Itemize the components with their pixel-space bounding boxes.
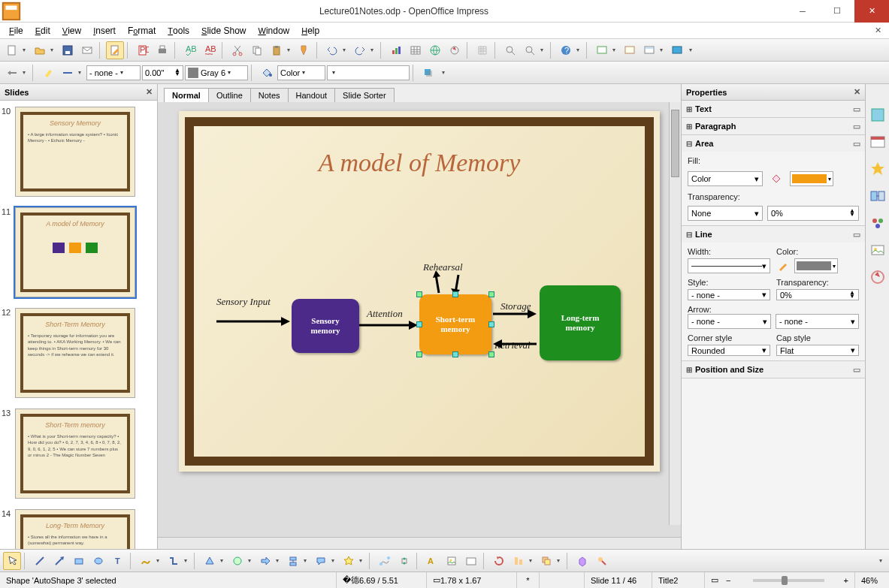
points-icon[interactable]	[376, 552, 394, 570]
redo-icon[interactable]	[351, 41, 369, 59]
extrusion-icon[interactable]	[573, 552, 591, 570]
slide-layout-icon[interactable]	[640, 41, 658, 59]
transparency-type-select[interactable]: None▾	[688, 206, 763, 221]
menu-view[interactable]: View	[56, 24, 87, 38]
basic-shapes-icon[interactable]	[201, 552, 219, 570]
callouts-icon[interactable]	[312, 552, 330, 570]
line-transparency-value[interactable]: 0%▲▼	[776, 289, 859, 300]
gallery-icon[interactable]	[462, 552, 480, 570]
save-icon[interactable]	[59, 41, 77, 59]
box-short-term-memory[interactable]: Short-term memory	[419, 294, 491, 354]
corner-style-select[interactable]: Rounded▾	[688, 345, 770, 356]
menu-slideshow[interactable]: Slide Show	[195, 24, 252, 38]
transparency-value[interactable]: 0%▲▼	[767, 206, 859, 221]
hyperlink-icon[interactable]	[426, 41, 444, 59]
align-icon[interactable]	[510, 552, 528, 570]
horizontal-scrollbar[interactable]	[158, 537, 681, 549]
line-tool-icon[interactable]	[31, 552, 49, 570]
slide-icon[interactable]	[593, 41, 611, 59]
highlight-icon[interactable]	[39, 64, 57, 82]
redo-dropdown[interactable]: ▾	[370, 47, 377, 53]
pdf-icon[interactable]: PDF	[134, 41, 152, 59]
menu-window[interactable]: Window	[252, 24, 295, 38]
zoom-slider[interactable]	[753, 579, 824, 582]
help-icon[interactable]: ?	[557, 41, 575, 59]
connector-tool-icon[interactable]	[165, 552, 183, 570]
slide-transition-tab-icon[interactable]	[869, 188, 886, 204]
section-position-size[interactable]: ⊞Position and Size▭	[682, 361, 865, 378]
text-tool-icon[interactable]: T	[109, 552, 127, 570]
section-line[interactable]: ⊟Line▭	[682, 226, 865, 243]
fill-color-button[interactable]: ▾	[790, 171, 833, 186]
custom-animation-tab-icon[interactable]	[869, 161, 886, 177]
arrow-tool-icon[interactable]	[50, 552, 68, 570]
paste-dropdown[interactable]: ▾	[287, 47, 294, 53]
properties-close-icon[interactable]: ✕	[854, 87, 860, 97]
fit-page-icon[interactable]: ▭	[711, 575, 718, 585]
area-fill-type[interactable]: Color▾	[277, 65, 325, 80]
shadow-icon[interactable]	[419, 64, 437, 82]
arrange-icon[interactable]	[537, 552, 555, 570]
flowchart-icon[interactable]	[284, 552, 302, 570]
tab-outline[interactable]: Outline	[208, 88, 251, 102]
line-style-select2[interactable]: - none -▾	[688, 289, 770, 300]
slide-thumb-11[interactable]: 11 A model of Memory	[15, 207, 151, 297]
copy-icon[interactable]	[248, 41, 266, 59]
arrow-end-select[interactable]: - none -▾	[776, 314, 859, 329]
email-icon[interactable]	[78, 41, 96, 59]
print-icon[interactable]	[153, 41, 171, 59]
menu-help[interactable]: Help	[295, 24, 325, 38]
properties-tab-icon[interactable]	[869, 107, 886, 123]
glue-points-icon[interactable]	[395, 552, 413, 570]
close-document-icon[interactable]: ✕	[870, 24, 886, 37]
stars-icon[interactable]	[340, 552, 358, 570]
interaction-icon[interactable]	[593, 552, 611, 570]
line-color-select[interactable]: Gray 6▾	[185, 65, 248, 80]
fill-bucket-icon[interactable]	[258, 64, 276, 82]
slide-design-icon[interactable]	[621, 41, 639, 59]
section-paragraph[interactable]: ⊞Paragraph▭	[682, 118, 865, 134]
chart-icon[interactable]	[387, 41, 405, 59]
autospell-icon[interactable]: ABC	[201, 41, 219, 59]
line-width-spinner[interactable]: 0.00"▲▼	[142, 65, 183, 80]
tab-notes[interactable]: Notes	[250, 88, 289, 102]
zoom-icon[interactable]	[501, 41, 519, 59]
menu-file[interactable]: File	[3, 24, 29, 38]
maximize-button[interactable]: ☐	[820, 0, 854, 23]
line-color-button[interactable]: ▾	[794, 258, 838, 273]
tab-normal[interactable]: Normal	[164, 88, 209, 102]
slide-thumb-14[interactable]: 14 Long-Term Memory• Stores all the info…	[15, 509, 151, 549]
symbol-shapes-icon[interactable]	[228, 552, 246, 570]
master-pages-tab-icon[interactable]	[869, 134, 886, 150]
arrow-start-select[interactable]: - none -▾	[688, 314, 771, 329]
vertical-scrollbar[interactable]	[669, 102, 681, 525]
line-width-select[interactable]: ▾	[688, 258, 770, 273]
from-file-icon[interactable]	[443, 552, 461, 570]
slide-thumb-10[interactable]: 10 Sensory Memory• A large information s…	[15, 107, 151, 197]
new-icon[interactable]	[3, 41, 21, 59]
cap-style-select[interactable]: Flat▾	[776, 345, 859, 356]
slide[interactable]: A model of Memory Sensory Input Attentio…	[179, 111, 660, 472]
open-icon[interactable]	[31, 41, 49, 59]
area-fill-color[interactable]: ▾	[327, 65, 410, 80]
fontwork-icon[interactable]: A	[423, 552, 441, 570]
styles-tab-icon[interactable]	[869, 215, 886, 231]
menu-tools[interactable]: Tools	[162, 24, 195, 38]
zoom-page-icon[interactable]	[521, 41, 539, 59]
box-sensory-memory[interactable]: Sensory memory	[292, 299, 359, 353]
cut-icon[interactable]	[228, 41, 246, 59]
slides-list[interactable]: 10 Sensory Memory• A large information s…	[0, 101, 157, 549]
slides-panel-close-icon[interactable]: ✕	[146, 87, 153, 97]
format-paintbrush-icon[interactable]	[295, 41, 313, 59]
zoom-dropdown[interactable]: ▾	[540, 47, 547, 53]
undo-dropdown[interactable]: ▾	[343, 47, 349, 53]
tab-handout[interactable]: Handout	[288, 88, 336, 102]
fill-bucket-icon[interactable]	[767, 170, 785, 188]
slideshow-icon[interactable]	[668, 41, 686, 59]
block-arrows-icon[interactable]	[256, 552, 274, 570]
gallery-tab-icon[interactable]	[869, 242, 886, 258]
slide-thumb-13[interactable]: 13 Short-Term memory• What is your Short…	[15, 409, 151, 499]
table-icon[interactable]	[407, 41, 425, 59]
tab-slide-sorter[interactable]: Slide Sorter	[334, 88, 394, 102]
navigator-tab-icon[interactable]	[869, 269, 886, 285]
